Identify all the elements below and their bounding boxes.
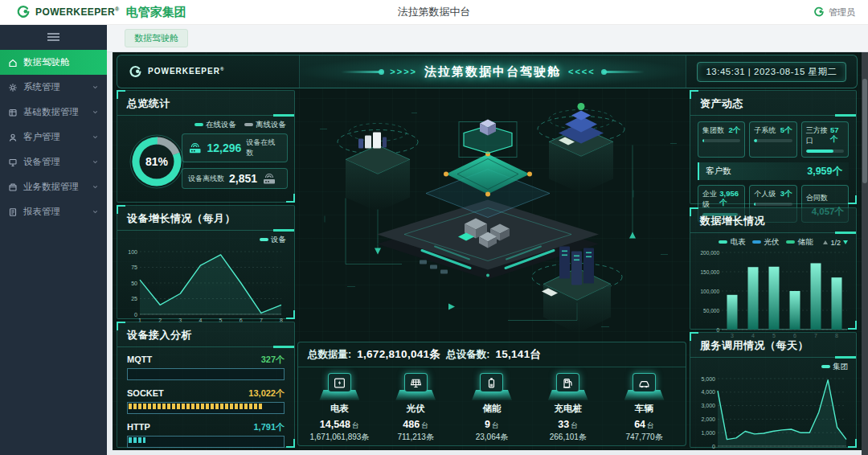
user-menu[interactable]: 管理员 xyxy=(813,6,868,18)
legend-swatch-solar xyxy=(752,240,761,244)
sidebar-item-base-data[interactable]: 基础数据管理 xyxy=(0,100,107,125)
access-row-http: HTTP1,791个 xyxy=(127,421,285,448)
svg-text:5,000: 5,000 xyxy=(701,376,715,382)
tab-bar: 数据驾驶舱 xyxy=(107,24,868,52)
svg-text:150,000: 150,000 xyxy=(701,269,720,275)
chevron-down-icon xyxy=(92,84,99,91)
total-data-value: 1,672,810,041条 xyxy=(357,347,440,362)
car-icon xyxy=(638,377,650,389)
asset-card-subsystems: 子系统5个 xyxy=(749,121,796,158)
legend-swatch-device xyxy=(260,238,268,241)
progress-track xyxy=(127,436,285,448)
progress-fill xyxy=(129,437,145,443)
brand-name-en: POWERKEEPER® xyxy=(35,6,120,18)
device-growth-legend: 设备 xyxy=(117,231,294,245)
chevron-down-icon xyxy=(92,109,99,116)
category-meter: 电表 14,548台 1,671,061,893条 xyxy=(301,373,378,443)
dashboard-title-band: >>>> 法拉第数据中台驾驶舱 <<<< xyxy=(300,55,686,88)
totals-box: 总数据量: 1,672,810,041条 总设备数: 15,141台 电表 14… xyxy=(297,342,686,446)
category-row: 电表 14,548台 1,671,061,893条 光伏 486台 711,21… xyxy=(298,367,686,443)
offline-devices-stat: 设备离线数 2,851 xyxy=(182,168,288,189)
online-ratio-donut: 81% xyxy=(125,130,188,193)
dashboard-screen: POWERKEEPER® >>>> 法拉第数据中台驾驶舱 <<<< 13:45:… xyxy=(113,51,862,450)
meter-icon xyxy=(334,377,346,389)
panel-service-calls: 服务调用情况（每天） 集团 01,0002,0003,0004,0005,000… xyxy=(690,332,857,448)
data-growth-legend: 电表 光伏 储能 1/2 xyxy=(690,233,856,248)
dashboard-title: 法拉第数据中台驾驶舱 xyxy=(424,64,561,80)
category-charging-pile: 充电桩 33台 266,101条 xyxy=(530,373,606,443)
svg-text:4,000: 4,000 xyxy=(701,389,715,395)
panel-device-access: 设备接入分析 MQTT327个 SOCKET13,022个 HTTP1,791个 xyxy=(117,322,295,448)
sidebar-item-system[interactable]: 系统管理 xyxy=(0,75,107,100)
business-data-icon xyxy=(8,182,18,192)
datetime-display: 13:45:31 | 2023-08-15 星期二 xyxy=(697,62,845,82)
sidebar-item-customer[interactable]: 客户管理 xyxy=(0,125,107,150)
isometric-platform-illustration xyxy=(297,90,686,342)
overview-legend: 在线设备 离线设备 xyxy=(194,120,286,130)
scrollbar-thumb[interactable] xyxy=(862,79,867,183)
svg-text:0: 0 xyxy=(712,444,715,449)
tab-data-cockpit[interactable]: 数据驾驶舱 xyxy=(125,29,188,47)
service-calls-legend: 集团 xyxy=(690,358,856,372)
user-label: 管理员 xyxy=(829,6,855,18)
svg-text:75: 75 xyxy=(131,264,137,270)
chevron-down-icon xyxy=(92,183,99,191)
sidebar-item-business-data[interactable]: 业务数据管理 xyxy=(0,174,107,199)
router-offline-icon xyxy=(262,173,276,185)
sidebar: 数据驾驶舱 系统管理 基础数据管理 客户管理 设备管理 业务数据管理 报表管理 xyxy=(0,24,107,455)
online-devices-stat: 12,296 设备在线数 xyxy=(182,133,288,162)
svg-text:0: 0 xyxy=(134,312,137,318)
chevron-down-icon xyxy=(92,133,99,141)
arrows-left-icon: <<<< xyxy=(568,67,596,76)
svg-text:50: 50 xyxy=(131,281,137,286)
svg-text:3,000: 3,000 xyxy=(701,403,715,408)
legend-swatch-group xyxy=(821,365,830,368)
brand: POWERKEEPER® 电管家集团 xyxy=(0,5,186,20)
legend-page-indicator: 1/2 xyxy=(830,239,841,247)
access-row-mqtt: MQTT327个 xyxy=(127,354,285,380)
powerkeeper-logo-icon xyxy=(129,65,142,79)
report-icon xyxy=(8,207,18,217)
progress-fill xyxy=(129,404,263,409)
panel-data-growth: 数据增长情况 电表 光伏 储能 1/2 050,000100,000150,00… xyxy=(690,207,857,330)
svg-text:100,000: 100,000 xyxy=(701,289,720,294)
asset-customers-row: 客户数 3,959个 xyxy=(698,162,849,180)
charging-pile-icon xyxy=(562,377,574,389)
progress-track xyxy=(127,368,285,380)
asset-card-third-party: 三方接口57个 xyxy=(801,121,849,158)
decor-line-left xyxy=(341,71,383,73)
app-header: POWERKEEPER® 电管家集团 法拉第数据中台 管理员 xyxy=(0,0,868,25)
total-device-value: 15,141台 xyxy=(495,347,541,362)
brand-name-cn: 电管家集团 xyxy=(126,5,186,20)
scrollbar[interactable] xyxy=(862,51,868,455)
legend-swatch-online xyxy=(194,123,203,126)
legend-page-down-icon[interactable] xyxy=(843,240,848,244)
category-storage: 储能 9台 23,064条 xyxy=(454,373,530,443)
central-3d-scene xyxy=(297,90,686,342)
dashboard-brand: POWERKEEPER® xyxy=(117,55,300,88)
service-calls-line-chart: 01,0002,0003,0004,0005,00012345678910111… xyxy=(690,372,856,450)
battery-icon xyxy=(485,377,497,389)
center-zone: 总数据量: 1,672,810,041条 总设备数: 15,141台 电表 14… xyxy=(297,90,686,446)
device-icon xyxy=(8,158,18,167)
sidebar-item-data-cockpit[interactable]: 数据驾驶舱 xyxy=(0,50,107,75)
svg-text:100: 100 xyxy=(128,249,137,255)
svg-text:1,000: 1,000 xyxy=(701,430,715,436)
svg-text:2,000: 2,000 xyxy=(701,416,715,422)
svg-text:200,000: 200,000 xyxy=(701,250,720,256)
chevron-down-icon xyxy=(92,158,99,166)
dashboard-icon xyxy=(8,58,18,68)
device-growth-line-chart: 025507510012345678 xyxy=(117,245,294,330)
totals-line: 总数据量: 1,672,810,041条 总设备数: 15,141台 xyxy=(298,342,686,367)
user-avatar-logo-icon xyxy=(813,6,825,18)
progress-track xyxy=(127,402,285,414)
solar-panel-icon xyxy=(410,377,422,389)
sidebar-item-report[interactable]: 报表管理 xyxy=(0,199,107,224)
sidebar-item-device[interactable]: 设备管理 xyxy=(0,150,107,174)
collapse-menu-icon[interactable] xyxy=(0,24,107,50)
legend-swatch-meter xyxy=(719,240,727,244)
legend-page-up-icon[interactable] xyxy=(823,240,828,244)
main-content: POWERKEEPER® >>>> 法拉第数据中台驾驶舱 <<<< 13:45:… xyxy=(107,51,868,455)
panel-asset-dynamics: 资产动态 集团数2个 子系统5个 三方接口57个 客户数 3,959个 xyxy=(690,90,857,204)
category-vehicle: 车辆 64台 747,770条 xyxy=(606,373,682,443)
